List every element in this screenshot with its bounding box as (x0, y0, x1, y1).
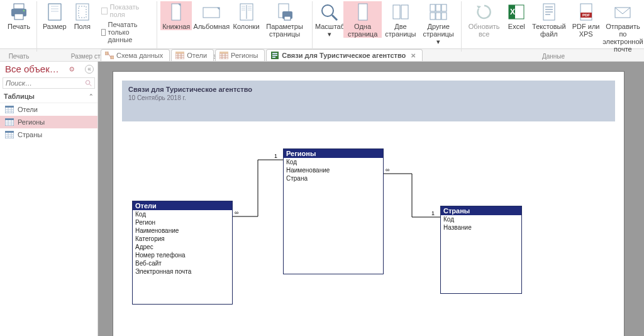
er-table: ОтелиКодРегионНаименованиеКатегорияАдрес… (132, 201, 233, 305)
svg-rect-16 (358, 4, 367, 20)
svg-rect-42 (175, 52, 184, 53)
doc-tab[interactable]: Регионы (215, 49, 265, 61)
doc-tab[interactable]: Схема данных (101, 49, 170, 61)
svg-rect-34 (111, 56, 114, 59)
columns-button[interactable]: Колонки (231, 1, 262, 30)
report-page: Связи для Туристическое агентство 10 Сен… (113, 72, 624, 336)
table-field: Код (133, 210, 232, 218)
refresh-icon (474, 3, 494, 21)
svg-rect-21 (441, 4, 447, 11)
zoom-button[interactable]: Масштаб▾ (316, 1, 343, 38)
printer-icon (9, 3, 29, 21)
nav-item[interactable]: Отели (0, 103, 97, 116)
ribbon-group-data: Обновить все X Excel Текстовый файл PDF … (463, 0, 644, 62)
size-icon (45, 3, 65, 21)
svg-rect-24 (441, 13, 447, 20)
nav-dropdown-icon: ⊙ (69, 65, 74, 72)
nav-item[interactable]: Регионы (0, 116, 97, 128)
page-setup-button[interactable]: Параметры страницы (261, 1, 308, 38)
table-title: Отели (133, 201, 232, 210)
landscape-button[interactable]: Альбомная (192, 1, 231, 30)
nav-item[interactable]: Страны (0, 128, 97, 141)
svg-rect-17 (393, 5, 400, 19)
ribbon-toolbar: Печать Печать Размер Поля Показать поля … (0, 0, 644, 49)
text-file-button[interactable]: Текстовый файл (530, 1, 567, 38)
work-area: Связи для Туристическое агентство 10 Сен… (98, 62, 644, 336)
excel-button[interactable]: X Excel (502, 1, 530, 30)
doc-tab[interactable]: Связи для Туристическое агентство✕ (266, 49, 423, 61)
svg-text:PDF: PDF (582, 13, 590, 17)
close-icon[interactable]: ✕ (411, 52, 416, 59)
nav-collapse-icon[interactable]: « (85, 65, 94, 74)
svg-rect-69 (5, 131, 14, 133)
portrait-button[interactable]: Книжная (160, 1, 192, 30)
margins-label: Поля (74, 23, 91, 30)
nav-header[interactable]: Все объек… ⊙ « (0, 62, 97, 76)
nav-section-tables[interactable]: Таблицы ⌃ (0, 90, 97, 103)
report-title: Связи для Туристическое агентство (128, 86, 609, 93)
margins-button[interactable]: Поля (69, 1, 96, 30)
svg-line-15 (332, 15, 337, 20)
pdf-xps-label: PDF или XPS (570, 23, 601, 38)
svg-rect-22 (430, 13, 435, 20)
text-file-label: Текстовый файл (532, 23, 566, 38)
two-pages-button[interactable]: Две страницы (382, 1, 419, 38)
page-setup-label: Параметры страницы (264, 23, 305, 38)
print-data-only-checkbox[interactable]: Печатать только данные (99, 20, 153, 44)
text-file-icon (539, 3, 559, 21)
svg-rect-0 (14, 4, 24, 9)
table-title: Страны (441, 206, 521, 215)
zoom-icon (319, 3, 340, 21)
relations-icon (105, 52, 114, 59)
zoom-label: Масштаб▾ (315, 23, 345, 38)
svg-text:1: 1 (431, 210, 435, 216)
print-button[interactable]: Печать (5, 1, 33, 30)
table-title: Регионы (284, 149, 383, 158)
portrait-icon (166, 3, 186, 21)
er-table: СтраныКодНазвание (440, 206, 522, 294)
show-fields-checkbox[interactable]: Показать поля (99, 3, 153, 19)
more-pages-icon (428, 3, 448, 21)
columns-icon (236, 3, 257, 21)
more-pages-label: Другие страницы ▾ (422, 23, 455, 45)
svg-rect-19 (430, 4, 435, 11)
refresh-label: Обновить все (468, 23, 500, 38)
svg-point-14 (322, 5, 333, 16)
table-icon (5, 131, 14, 138)
print-label: Печать (8, 23, 30, 30)
svg-rect-63 (5, 118, 14, 120)
tab-label: Отели (187, 52, 207, 59)
page-setup-icon (275, 3, 295, 21)
one-page-button[interactable]: Одна страница (343, 1, 381, 38)
nav-item-label: Страны (18, 131, 42, 138)
two-pages-icon (391, 3, 411, 21)
group-label-print: Печать (9, 53, 30, 62)
navigation-pane: Все объек… ⊙ « Таблицы ⌃ ОтелиРегионыСтр… (0, 62, 98, 336)
refresh-button[interactable]: Обновить все (465, 1, 502, 38)
svg-rect-20 (436, 4, 441, 11)
excel-label: Excel (508, 23, 525, 30)
svg-text:1: 1 (274, 153, 277, 159)
svg-rect-53 (272, 57, 275, 58)
table-field: Адрес (133, 243, 232, 251)
one-page-label: Одна страница (346, 23, 379, 38)
svg-text:∞: ∞ (386, 167, 389, 173)
svg-line-35 (108, 53, 111, 57)
table-icon (5, 106, 14, 113)
more-pages-button[interactable]: Другие страницы ▾ (419, 1, 457, 45)
report-header: Связи для Туристическое агентство 10 Сен… (122, 81, 615, 121)
size-label: Размер (43, 23, 67, 30)
size-button[interactable]: Размер (41, 1, 69, 30)
pdf-xps-button[interactable]: PDF PDF или XPS (567, 1, 604, 38)
svg-rect-57 (5, 106, 14, 108)
margins-icon (72, 3, 92, 21)
email-button[interactable]: Отправить по электронной почте (604, 1, 641, 53)
doc-tab[interactable]: Отели (171, 49, 214, 61)
pdf-icon: PDF (576, 3, 596, 21)
search-input[interactable] (6, 79, 85, 87)
search-box[interactable] (3, 77, 95, 89)
table-field: Код (284, 158, 383, 166)
svg-rect-52 (272, 55, 277, 56)
svg-text:∞: ∞ (235, 210, 238, 216)
svg-text:X: X (510, 8, 515, 16)
